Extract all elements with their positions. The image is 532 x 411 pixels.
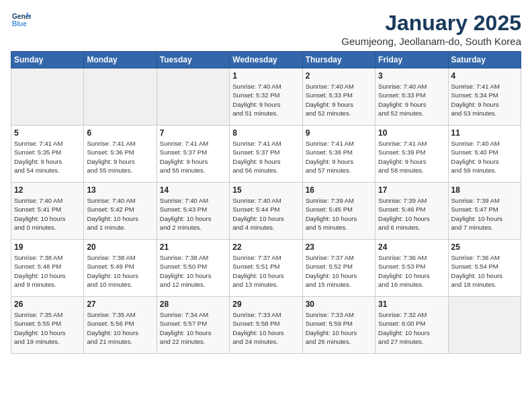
day-number: 1 bbox=[232, 71, 299, 81]
col-friday: Friday bbox=[375, 52, 448, 68]
calendar-cell: 22Sunrise: 7:37 AM Sunset: 5:51 PM Dayli… bbox=[230, 240, 302, 297]
day-number: 10 bbox=[378, 128, 445, 138]
day-number: 5 bbox=[14, 128, 81, 138]
calendar-cell: 13Sunrise: 7:40 AM Sunset: 5:42 PM Dayli… bbox=[84, 183, 157, 240]
calendar-cell: 17Sunrise: 7:39 AM Sunset: 5:46 PM Dayli… bbox=[375, 183, 448, 240]
calendar-cell: 8Sunrise: 7:41 AM Sunset: 5:37 PM Daylig… bbox=[230, 126, 302, 183]
day-number: 26 bbox=[14, 300, 81, 309]
day-number: 25 bbox=[451, 242, 518, 252]
calendar-week-4: 26Sunrise: 7:35 AM Sunset: 5:55 PM Dayli… bbox=[11, 297, 521, 354]
day-info: Sunrise: 7:40 AM Sunset: 5:32 PM Dayligh… bbox=[232, 82, 299, 118]
calendar-cell: 12Sunrise: 7:40 AM Sunset: 5:41 PM Dayli… bbox=[11, 183, 84, 240]
day-info: Sunrise: 7:41 AM Sunset: 5:38 PM Dayligh… bbox=[306, 139, 372, 175]
day-info: Sunrise: 7:41 AM Sunset: 5:37 PM Dayligh… bbox=[160, 139, 226, 175]
day-info: Sunrise: 7:35 AM Sunset: 5:56 PM Dayligh… bbox=[87, 310, 153, 346]
calendar-cell: 21Sunrise: 7:38 AM Sunset: 5:50 PM Dayli… bbox=[157, 240, 229, 297]
page-header: General Blue January 2025 Geumjeong, Jeo… bbox=[11, 11, 521, 47]
day-number: 31 bbox=[378, 300, 445, 309]
day-info: Sunrise: 7:40 AM Sunset: 5:33 PM Dayligh… bbox=[306, 82, 372, 118]
day-number: 28 bbox=[160, 300, 226, 309]
day-number: 2 bbox=[306, 71, 372, 81]
day-info: Sunrise: 7:34 AM Sunset: 5:57 PM Dayligh… bbox=[160, 310, 226, 346]
day-info: Sunrise: 7:38 AM Sunset: 5:50 PM Dayligh… bbox=[160, 253, 226, 289]
day-info: Sunrise: 7:39 AM Sunset: 5:47 PM Dayligh… bbox=[451, 196, 518, 232]
day-number: 8 bbox=[232, 128, 299, 138]
day-info: Sunrise: 7:37 AM Sunset: 5:51 PM Dayligh… bbox=[232, 253, 299, 289]
day-number: 23 bbox=[306, 242, 372, 252]
day-number: 15 bbox=[232, 185, 299, 195]
calendar-cell: 18Sunrise: 7:39 AM Sunset: 5:47 PM Dayli… bbox=[448, 183, 521, 240]
calendar-cell bbox=[448, 297, 521, 354]
day-number: 3 bbox=[378, 71, 445, 81]
day-info: Sunrise: 7:40 AM Sunset: 5:44 PM Dayligh… bbox=[232, 196, 299, 232]
calendar-cell: 5Sunrise: 7:41 AM Sunset: 5:35 PM Daylig… bbox=[11, 126, 84, 183]
col-sunday: Sunday bbox=[11, 52, 84, 68]
calendar-week-3: 19Sunrise: 7:38 AM Sunset: 5:48 PM Dayli… bbox=[11, 240, 521, 297]
col-monday: Monday bbox=[84, 52, 157, 68]
day-info: Sunrise: 7:40 AM Sunset: 5:40 PM Dayligh… bbox=[451, 139, 518, 175]
day-number: 24 bbox=[378, 242, 445, 252]
calendar-cell: 26Sunrise: 7:35 AM Sunset: 5:55 PM Dayli… bbox=[11, 297, 84, 354]
day-number: 6 bbox=[87, 128, 153, 138]
calendar-cell: 3Sunrise: 7:40 AM Sunset: 5:33 PM Daylig… bbox=[375, 68, 448, 126]
day-info: Sunrise: 7:40 AM Sunset: 5:42 PM Dayligh… bbox=[87, 196, 153, 232]
col-wednesday: Wednesday bbox=[230, 52, 302, 68]
header-row: Sunday Monday Tuesday Wednesday Thursday… bbox=[11, 52, 521, 68]
day-info: Sunrise: 7:38 AM Sunset: 5:48 PM Dayligh… bbox=[14, 253, 81, 289]
calendar-cell: 29Sunrise: 7:33 AM Sunset: 5:58 PM Dayli… bbox=[230, 297, 302, 354]
day-number: 9 bbox=[306, 128, 372, 138]
day-info: Sunrise: 7:40 AM Sunset: 5:41 PM Dayligh… bbox=[14, 196, 81, 232]
calendar-cell: 20Sunrise: 7:38 AM Sunset: 5:49 PM Dayli… bbox=[84, 240, 157, 297]
title-section: January 2025 Geumjeong, Jeollanam-do, So… bbox=[341, 11, 521, 47]
day-number: 7 bbox=[160, 128, 226, 138]
calendar-cell: 19Sunrise: 7:38 AM Sunset: 5:48 PM Dayli… bbox=[11, 240, 84, 297]
day-info: Sunrise: 7:41 AM Sunset: 5:34 PM Dayligh… bbox=[451, 82, 518, 118]
calendar-title: January 2025 bbox=[341, 11, 521, 36]
calendar-subtitle: Geumjeong, Jeollanam-do, South Korea bbox=[341, 36, 521, 47]
calendar-cell bbox=[84, 68, 157, 126]
day-info: Sunrise: 7:41 AM Sunset: 5:37 PM Dayligh… bbox=[232, 139, 299, 175]
svg-text:Blue: Blue bbox=[12, 20, 27, 28]
calendar-cell bbox=[157, 68, 229, 126]
calendar-cell: 11Sunrise: 7:40 AM Sunset: 5:40 PM Dayli… bbox=[448, 126, 521, 183]
day-info: Sunrise: 7:41 AM Sunset: 5:35 PM Dayligh… bbox=[14, 139, 81, 175]
calendar-cell: 16Sunrise: 7:39 AM Sunset: 5:45 PM Dayli… bbox=[302, 183, 375, 240]
day-info: Sunrise: 7:33 AM Sunset: 5:59 PM Dayligh… bbox=[306, 310, 372, 346]
calendar-table: Sunday Monday Tuesday Wednesday Thursday… bbox=[11, 51, 521, 354]
calendar-cell: 6Sunrise: 7:41 AM Sunset: 5:36 PM Daylig… bbox=[84, 126, 157, 183]
calendar-cell: 31Sunrise: 7:32 AM Sunset: 6:00 PM Dayli… bbox=[375, 297, 448, 354]
calendar-header: Sunday Monday Tuesday Wednesday Thursday… bbox=[11, 52, 521, 68]
calendar-body: 1Sunrise: 7:40 AM Sunset: 5:32 PM Daylig… bbox=[11, 68, 521, 354]
col-thursday: Thursday bbox=[302, 52, 375, 68]
calendar-cell: 27Sunrise: 7:35 AM Sunset: 5:56 PM Dayli… bbox=[84, 297, 157, 354]
day-number: 11 bbox=[451, 128, 518, 138]
day-info: Sunrise: 7:33 AM Sunset: 5:58 PM Dayligh… bbox=[232, 310, 299, 346]
day-number: 13 bbox=[87, 185, 153, 195]
day-info: Sunrise: 7:40 AM Sunset: 5:33 PM Dayligh… bbox=[378, 82, 445, 118]
day-number: 19 bbox=[14, 242, 81, 252]
day-info: Sunrise: 7:41 AM Sunset: 5:39 PM Dayligh… bbox=[378, 139, 445, 175]
col-tuesday: Tuesday bbox=[157, 52, 229, 68]
calendar-cell: 14Sunrise: 7:40 AM Sunset: 5:43 PM Dayli… bbox=[157, 183, 229, 240]
day-number: 17 bbox=[378, 185, 445, 195]
calendar-cell: 28Sunrise: 7:34 AM Sunset: 5:57 PM Dayli… bbox=[157, 297, 229, 354]
logo-icon: General Blue bbox=[12, 11, 31, 30]
day-number: 30 bbox=[306, 300, 372, 309]
day-number: 14 bbox=[160, 185, 226, 195]
calendar-cell bbox=[11, 68, 84, 126]
day-info: Sunrise: 7:38 AM Sunset: 5:49 PM Dayligh… bbox=[87, 253, 153, 289]
calendar-cell: 9Sunrise: 7:41 AM Sunset: 5:38 PM Daylig… bbox=[302, 126, 375, 183]
calendar-cell: 30Sunrise: 7:33 AM Sunset: 5:59 PM Dayli… bbox=[302, 297, 375, 354]
day-number: 27 bbox=[87, 300, 153, 309]
day-number: 20 bbox=[87, 242, 153, 252]
day-info: Sunrise: 7:39 AM Sunset: 5:46 PM Dayligh… bbox=[378, 196, 445, 232]
calendar-cell: 25Sunrise: 7:36 AM Sunset: 5:54 PM Dayli… bbox=[448, 240, 521, 297]
day-number: 29 bbox=[232, 300, 299, 309]
day-info: Sunrise: 7:35 AM Sunset: 5:55 PM Dayligh… bbox=[14, 310, 81, 346]
calendar-week-0: 1Sunrise: 7:40 AM Sunset: 5:32 PM Daylig… bbox=[11, 68, 521, 126]
day-number: 21 bbox=[160, 242, 226, 252]
day-number: 4 bbox=[451, 71, 518, 81]
calendar-cell: 24Sunrise: 7:36 AM Sunset: 5:53 PM Dayli… bbox=[375, 240, 448, 297]
logo: General Blue bbox=[11, 11, 31, 32]
calendar-week-1: 5Sunrise: 7:41 AM Sunset: 5:35 PM Daylig… bbox=[11, 126, 521, 183]
